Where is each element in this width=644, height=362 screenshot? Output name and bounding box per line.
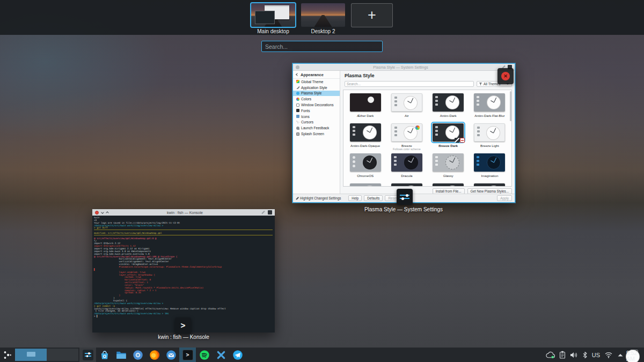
taskbar-chromium[interactable] — [129, 348, 146, 362]
minimize-icon[interactable] — [101, 211, 104, 214]
plasma-theme-card[interactable] — [386, 182, 427, 187]
delete-icon[interactable] — [460, 138, 465, 143]
plasma-theme-card[interactable]: Imagination — [469, 152, 510, 182]
sidebar-item[interactable]: Fonts — [293, 108, 340, 114]
taskbar-mail[interactable] — [163, 348, 179, 362]
maximize-icon[interactable] — [106, 211, 109, 215]
theme-preview — [474, 93, 505, 112]
panel: > — [0, 348, 644, 362]
plasma-theme-card[interactable] — [469, 182, 510, 187]
theme-subtitle: Follows color scheme — [393, 147, 421, 151]
plasma-theme-card[interactable]: Glassy — [428, 152, 469, 182]
theme-preview — [391, 183, 422, 187]
taskbar-firefox[interactable] — [146, 348, 163, 362]
add-desktop-button[interactable]: + — [351, 3, 393, 27]
plasma-theme-card[interactable]: Air — [386, 92, 427, 122]
desktop-preview[interactable] — [301, 3, 345, 27]
preview-clock — [486, 126, 500, 140]
clipboard-icon[interactable] — [559, 351, 566, 359]
plasma-theme-card[interactable] — [428, 182, 469, 187]
back-to-appearance[interactable]: Appearance — [293, 71, 340, 79]
theme-preview — [433, 93, 464, 112]
taskbar-dolphin[interactable] — [113, 348, 129, 362]
application-launcher-icon[interactable] — [0, 348, 15, 362]
pager-widget[interactable] — [15, 349, 78, 361]
preview-clock — [404, 186, 418, 187]
plasma-theme-card[interactable]: Dracula — [386, 152, 427, 182]
preview-glyphs — [353, 156, 355, 167]
sidebar-item[interactable]: Cursors — [293, 120, 340, 125]
preview-clock — [487, 186, 501, 187]
system-settings-icon — [83, 350, 93, 360]
plasma-theme-card[interactable]: Æther Dark — [345, 92, 386, 122]
theme-search-input[interactable]: Search... — [345, 81, 474, 87]
close-button-icon[interactable] — [296, 65, 299, 69]
sidebar-item[interactable]: Launch Feedback — [293, 125, 340, 131]
expand-tray-icon[interactable] — [617, 353, 624, 357]
plasma-theme-card[interactable]: Breeze Light — [469, 122, 510, 152]
sidebar-item[interactable]: Application Style — [293, 85, 340, 91]
theme-grid: Æther Dark — [343, 90, 512, 187]
taskbar-konsole[interactable]: > — [179, 348, 196, 362]
desktop-thumbnail[interactable]: Desktop 2 — [301, 3, 345, 34]
taskbar-telegram[interactable] — [229, 348, 246, 362]
edit-icon[interactable] — [455, 138, 459, 143]
preview-glyphs — [435, 156, 438, 166]
sidebar-item[interactable]: Global Theme — [293, 79, 340, 85]
overview-backdrop: Main desktop Desktop 2 + Plasma Style — … — [0, 0, 644, 362]
close-button-icon[interactable] — [95, 211, 99, 215]
plasma-theme-card[interactable]: Antim-Dark — [428, 92, 469, 122]
digital-clock[interactable]: 9:52 AM 11/13/21 — [626, 350, 640, 362]
bluetooth-icon[interactable] — [582, 351, 588, 359]
preview-clock — [445, 95, 459, 109]
plasma-theme-card[interactable]: ChromeOS — [345, 152, 386, 182]
discover-icon — [99, 350, 110, 360]
scrollbar[interactable] — [510, 91, 511, 121]
sidebar-item-icon — [296, 121, 299, 124]
system-settings-window[interactable]: Plasma Style — System Settings Appearanc… — [292, 63, 515, 203]
sidebar-item-icon — [296, 132, 299, 136]
plasma-theme-card[interactable]: Breeze Dark — [428, 122, 469, 152]
taskbar-discover[interactable] — [96, 348, 113, 362]
highlight-changed-settings[interactable]: Highlight Changed Settings — [296, 196, 341, 200]
nextcloud-icon[interactable] — [546, 351, 555, 359]
plasma-theme-card[interactable]: Breeze Follows color scheme — [386, 122, 427, 152]
taskbar-spotify[interactable] — [196, 348, 213, 362]
sidebar-item[interactable]: Splash Screen — [293, 131, 340, 137]
plasma-theme-card[interactable]: Antim-Dark-Opaque — [345, 122, 386, 152]
sidebar-item[interactable]: Icons — [293, 114, 340, 120]
konsole-icon[interactable]: > — [175, 317, 191, 334]
pager-desktop-2[interactable] — [47, 349, 78, 361]
wallpaper-pier — [314, 15, 332, 27]
defaults-button[interactable]: Defaults — [364, 195, 383, 201]
volume-icon[interactable] — [570, 351, 578, 359]
system-settings-icon[interactable] — [397, 189, 413, 205]
search-input[interactable] — [261, 41, 383, 52]
wifi-icon[interactable] — [604, 351, 613, 358]
preview-clock — [487, 156, 501, 169]
keyboard-layout-indicator[interactable]: US — [592, 352, 600, 358]
overview-close-window-button[interactable]: ✕ — [497, 68, 514, 84]
sidebar-item[interactable]: Colors — [293, 96, 340, 102]
konsole-window[interactable]: kwin : fish — Konsole kwin <3 Your logs … — [92, 209, 275, 333]
sidebar-item[interactable]: Window Decorations — [293, 102, 340, 108]
system-tray: US 9:52 AM 11/13/21 — [546, 350, 644, 360]
taskbar-vscodium[interactable] — [213, 348, 229, 362]
pager-desktop-1[interactable] — [15, 349, 47, 361]
titlebar: Plasma Style — System Settings — [293, 64, 515, 71]
preview-clock — [363, 156, 377, 169]
taskbar-system-settings[interactable] — [79, 348, 96, 362]
settings-main-panel: Plasma Style Search... All Themes — [340, 71, 515, 202]
theme-preview — [474, 153, 505, 172]
window-title: Plasma Style — System Settings — [302, 65, 500, 69]
plasma-theme-card[interactable] — [345, 182, 386, 187]
sidebar-item[interactable]: Plasma Style — [293, 91, 340, 97]
titlebar-menu-icon[interactable] — [268, 210, 272, 215]
preview-clock — [487, 95, 501, 109]
help-button[interactable]: Help — [348, 195, 362, 201]
pin-icon[interactable] — [261, 211, 265, 214]
desktop-thumbnail[interactable]: Main desktop — [251, 3, 295, 34]
plasma-theme-card[interactable]: Antim-Dark-Flat-Blur — [469, 92, 510, 122]
terminal-output[interactable]: kwin <3 Your logs are saved in file:///d… — [92, 216, 275, 333]
desktop-preview[interactable] — [251, 3, 295, 27]
